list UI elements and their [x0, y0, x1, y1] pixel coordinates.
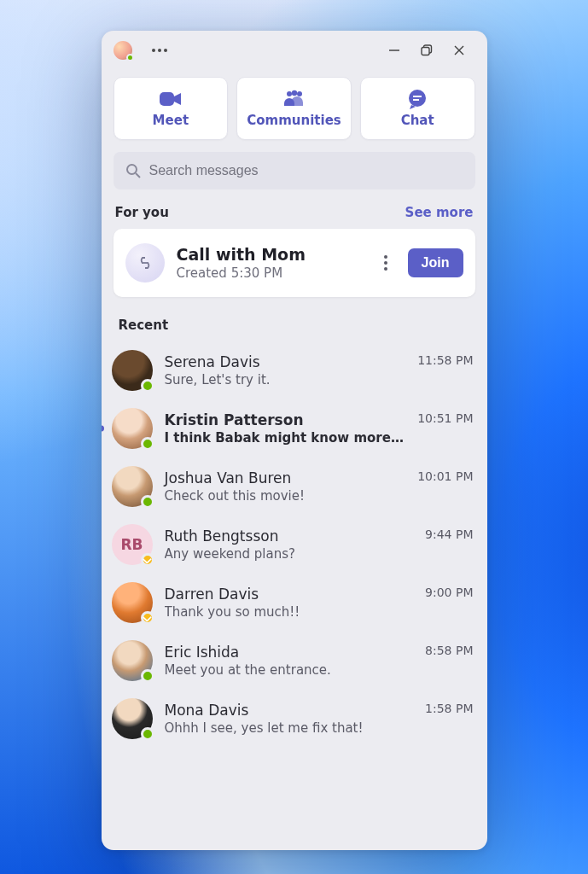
chat-texts: Eric IshidaMeet you at the entrance. [165, 644, 414, 678]
meeting-more-button[interactable] [376, 255, 396, 271]
minimize-icon [388, 44, 400, 56]
close-icon [453, 44, 465, 56]
chat-texts: Mona DavisOhhh I see, yes let me fix tha… [165, 702, 414, 736]
tab-label: Communities [247, 113, 341, 128]
more-menu-button[interactable] [148, 38, 172, 62]
svg-point-6 [287, 91, 292, 96]
chat-name: Mona Davis [165, 702, 414, 719]
presence-online-icon [141, 727, 154, 741]
svg-rect-5 [160, 92, 174, 106]
chat-row[interactable]: Serena DavisSure, Let's try it.11:58 PM [107, 341, 482, 399]
close-button[interactable] [443, 38, 475, 63]
chat-name: Joshua Van Buren [165, 469, 406, 487]
svg-point-7 [291, 90, 296, 96]
chat-name: Serena Davis [165, 353, 406, 370]
chat-time: 10:51 PM [417, 411, 473, 425]
tab-meet[interactable]: Meet [114, 77, 229, 140]
presence-online-icon [141, 379, 154, 393]
presence-online-icon [141, 437, 154, 451]
tab-label: Meet [153, 113, 189, 128]
svg-rect-2 [422, 48, 429, 55]
chat-texts: Ruth BengtssonAny weekend plans? [165, 527, 414, 562]
svg-point-12 [127, 165, 137, 174]
chat-row[interactable]: Eric IshidaMeet you at the entrance.8:58… [107, 632, 482, 690]
avatar: RB [112, 524, 153, 565]
svg-point-9 [409, 90, 426, 107]
meeting-title: Call with Mom [177, 245, 364, 264]
avatar [112, 408, 153, 449]
chat-time: 8:58 PM [425, 644, 473, 657]
me-avatar[interactable] [114, 41, 132, 60]
chat-preview: Check out this movie! [165, 488, 406, 504]
chat-preview: Meet you at the entrance. [165, 662, 414, 678]
chat-time: 10:01 PM [417, 469, 473, 483]
presence-online-icon [141, 495, 154, 509]
presence-away-icon [141, 611, 154, 625]
meeting-card[interactable]: Call with Mom Created 5:30 PM Join [114, 229, 475, 297]
chat-row[interactable]: Darren DavisThank you so much!!9:00 PM [107, 574, 482, 632]
chat-name: Kristin Patterson [165, 411, 406, 428]
recent-heading: Recent [102, 297, 487, 338]
svg-point-8 [297, 91, 302, 96]
section-title: For you [115, 205, 169, 220]
ellipsis-icon [152, 49, 167, 52]
chat-texts: Kristin PattersonI think Babak might kno… [165, 411, 406, 446]
chat-row[interactable]: Kristin PattersonI think Babak might kno… [107, 399, 482, 457]
chat-icon [406, 89, 428, 109]
search-icon [125, 163, 141, 178]
chat-preview: Ohhh I see, yes let me fix that! [165, 720, 414, 736]
maximize-button[interactable] [410, 38, 443, 63]
presence-away-icon [141, 553, 154, 567]
see-more-link[interactable]: See more [405, 205, 474, 220]
action-tabs: Meet Communities Chat [102, 77, 487, 140]
search-bar[interactable] [114, 152, 475, 189]
chat-preview: Sure, Let's try it. [165, 372, 406, 387]
chat-time: 11:58 PM [417, 353, 473, 367]
avatar [112, 640, 153, 681]
meeting-texts: Call with Mom Created 5:30 PM [177, 245, 364, 281]
avatar [112, 466, 153, 507]
avatar [112, 350, 153, 391]
minimize-button[interactable] [378, 38, 410, 63]
tab-label: Chat [401, 113, 434, 128]
chat-preview: I think Babak might know more a… [165, 430, 406, 446]
chat-row[interactable]: Joshua Van BurenCheck out this movie!10:… [107, 457, 482, 516]
chat-time: 9:44 PM [425, 527, 473, 541]
chat-texts: Serena DavisSure, Let's try it. [165, 353, 406, 387]
chat-name: Eric Ishida [165, 644, 414, 661]
for-you-header: For you See more [102, 189, 487, 229]
chat-preview: Thank you so much!! [165, 604, 414, 620]
tab-chat[interactable]: Chat [360, 77, 475, 140]
titlebar [102, 31, 487, 70]
recent-list: Serena DavisSure, Let's try it.11:58 PMK… [102, 338, 487, 748]
avatar [112, 698, 153, 739]
join-button[interactable]: Join [408, 248, 463, 277]
link-icon [125, 243, 165, 283]
people-icon [282, 89, 307, 109]
unread-indicator [102, 426, 104, 432]
meeting-subtitle: Created 5:30 PM [177, 265, 364, 281]
teams-chat-window: Meet Communities Chat For you See more [102, 31, 487, 850]
chat-time: 1:58 PM [425, 702, 473, 715]
chat-texts: Joshua Van BurenCheck out this movie! [165, 469, 406, 504]
chat-row[interactable]: RBRuth BengtssonAny weekend plans?9:44 P… [107, 516, 482, 574]
chat-name: Darren Davis [165, 586, 414, 603]
tab-communities[interactable]: Communities [236, 77, 352, 140]
chat-name: Ruth Bengtsson [165, 527, 414, 545]
maximize-icon [421, 44, 433, 56]
chat-time: 9:00 PM [425, 586, 473, 599]
chat-preview: Any weekend plans? [165, 546, 414, 562]
avatar [112, 582, 153, 623]
search-input[interactable] [149, 163, 463, 178]
svg-line-13 [136, 173, 140, 178]
chat-row[interactable]: Mona DavisOhhh I see, yes let me fix tha… [107, 690, 482, 748]
video-icon [159, 89, 183, 109]
presence-online-icon [126, 54, 134, 61]
presence-online-icon [141, 669, 154, 683]
chat-texts: Darren DavisThank you so much!! [165, 586, 414, 620]
